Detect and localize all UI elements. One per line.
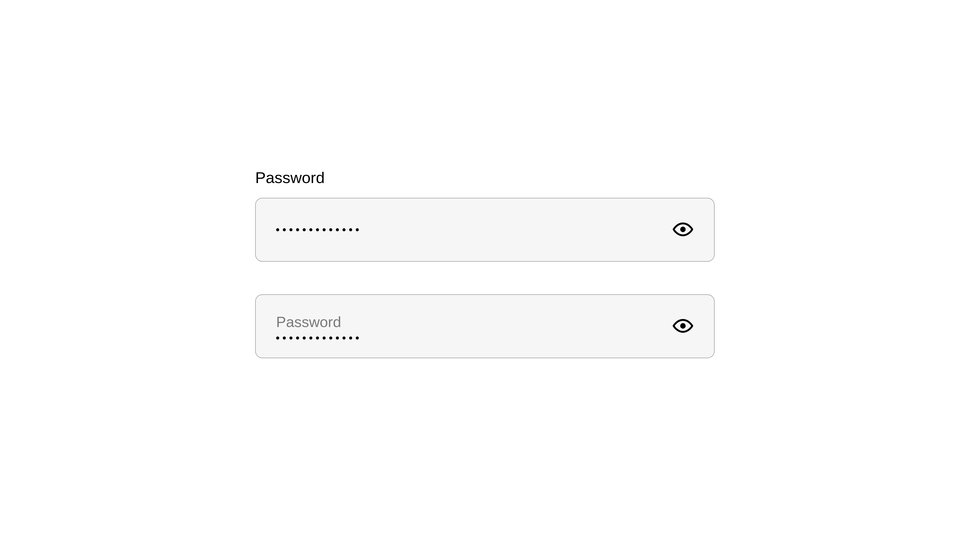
password-input-wrapper-1[interactable] [255, 198, 714, 262]
password-form: Password Password [255, 169, 714, 391]
toggle-password-visibility-button-2[interactable] [670, 316, 696, 336]
eye-icon [673, 222, 693, 237]
password-label-external: Password [255, 169, 714, 186]
eye-icon [673, 319, 693, 334]
password-label-internal: Password [276, 313, 341, 330]
toggle-password-visibility-button-1[interactable] [670, 220, 696, 240]
svg-point-1 [680, 323, 686, 328]
password-masked-value-1 [276, 228, 359, 231]
password-field-group-internal: Password [255, 295, 714, 358]
svg-point-0 [680, 227, 686, 232]
password-field-group-external: Password [255, 169, 714, 262]
password-input-wrapper-2[interactable]: Password [255, 295, 714, 358]
password-masked-value-2 [276, 336, 359, 339]
